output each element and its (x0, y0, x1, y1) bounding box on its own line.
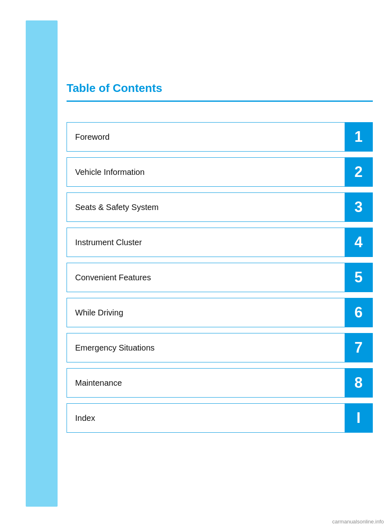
toc-item-number-4: 4 (345, 228, 372, 257)
toc-item-4[interactable]: Instrument Cluster4 (67, 228, 373, 257)
toc-item-7[interactable]: Emergency Situations7 (67, 333, 373, 362)
toc-list: Foreword1Vehicle Information2Seats & Saf… (67, 122, 373, 433)
toc-item-label-6: While Driving (67, 298, 345, 327)
toc-item-number-5: 5 (345, 263, 372, 292)
toc-item-number-8: 8 (345, 369, 372, 397)
toc-item-number-3: 3 (345, 193, 372, 221)
toc-item-label-8: Maintenance (67, 369, 345, 397)
toc-item-number-9: I (345, 404, 372, 432)
toc-item-label-7: Emergency Situations (67, 333, 345, 362)
toc-item-3[interactable]: Seats & Safety System3 (67, 192, 373, 222)
title-divider (67, 101, 373, 102)
watermark: carmanualsonline.info (332, 519, 384, 525)
toc-item-5[interactable]: Convenient Features5 (67, 263, 373, 292)
toc-item-label-5: Convenient Features (67, 263, 345, 292)
toc-item-1[interactable]: Foreword1 (67, 122, 373, 152)
toc-item-number-6: 6 (345, 298, 372, 327)
toc-item-2[interactable]: Vehicle Information2 (67, 157, 373, 187)
toc-item-6[interactable]: While Driving6 (67, 298, 373, 327)
toc-item-label-1: Foreword (67, 123, 345, 151)
toc-item-number-7: 7 (345, 333, 372, 362)
toc-item-label-9: Index (67, 404, 345, 432)
content-area: Table of Contents Foreword1Vehicle Infor… (67, 82, 373, 433)
toc-item-label-2: Vehicle Information (67, 158, 345, 186)
toc-item-8[interactable]: Maintenance8 (67, 368, 373, 398)
toc-item-label-4: Instrument Cluster (67, 228, 345, 257)
toc-item-number-2: 2 (345, 158, 372, 186)
page-title: Table of Contents (67, 82, 373, 95)
toc-item-label-3: Seats & Safety System (67, 193, 345, 221)
left-decorative-bar (26, 20, 58, 507)
toc-item-number-1: 1 (345, 123, 372, 151)
toc-item-9[interactable]: IndexI (67, 403, 373, 433)
